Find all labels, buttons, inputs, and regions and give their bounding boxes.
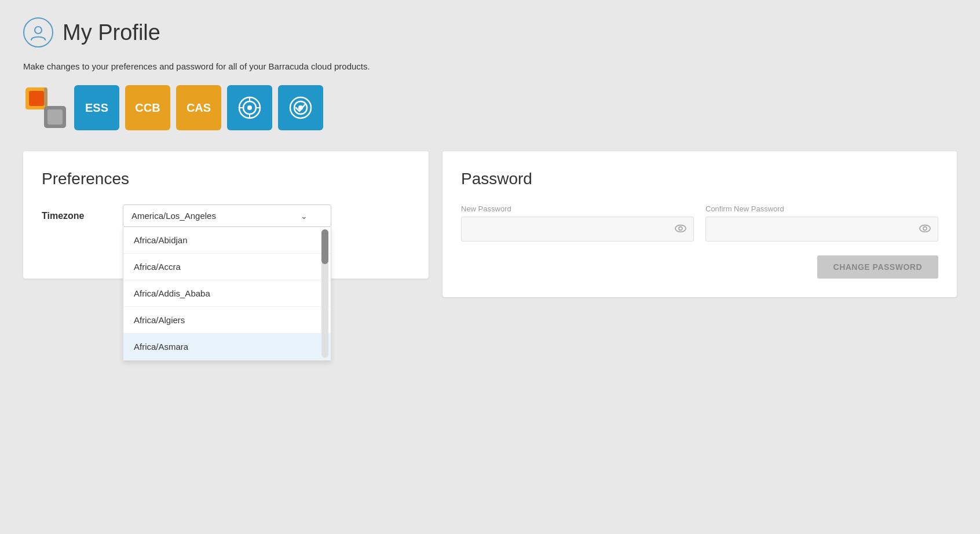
timezone-option-asmara[interactable]: Africa/Asmara <box>123 334 331 360</box>
svg-rect-6 <box>44 87 47 106</box>
eye-icon-new[interactable] <box>675 223 686 235</box>
timezone-select-wrapper: America/Los_Angeles ⌄ Africa/Abidjan Afr… <box>123 204 331 227</box>
timezone-option-accra[interactable]: Africa/Accra <box>123 254 331 280</box>
svg-point-20 <box>923 226 927 230</box>
new-password-input[interactable] <box>462 217 693 241</box>
svg-rect-4 <box>47 109 63 125</box>
product-icon-target[interactable] <box>227 85 272 130</box>
confirm-password-group: Confirm New Password <box>705 204 938 242</box>
svg-point-17 <box>675 225 686 232</box>
product-icons-row: ESS CCB CAS <box>23 85 957 130</box>
eye-icon-confirm[interactable] <box>919 223 931 235</box>
svg-point-9 <box>247 105 252 110</box>
new-password-group: New Password <box>461 204 694 242</box>
svg-point-18 <box>679 226 682 230</box>
confirm-password-input[interactable] <box>706 217 938 241</box>
timezone-option-abidjan[interactable]: Africa/Abidjan <box>123 227 331 254</box>
page-title: My Profile <box>63 20 160 45</box>
timezone-dropdown-trigger[interactable]: America/Los_Angeles ⌄ <box>123 204 331 227</box>
product-icon-ccb[interactable]: CCB <box>125 85 170 130</box>
timezone-option-addis-ababa[interactable]: Africa/Addis_Ababa <box>123 280 331 307</box>
svg-point-0 <box>35 27 42 34</box>
preferences-title: Preferences <box>42 170 410 188</box>
chevron-down-icon: ⌄ <box>301 211 308 221</box>
product-icon-ess[interactable]: ESS <box>74 85 119 130</box>
password-fields: New Password Confirm New Password <box>461 204 938 242</box>
subtitle: Make changes to your preferences and pas… <box>23 61 957 71</box>
change-password-button[interactable]: CHANGE PASSWORD <box>817 255 938 279</box>
timezone-selected-value: America/Los_Angeles <box>131 211 216 221</box>
profile-icon <box>23 17 53 47</box>
scrollbar-thumb[interactable] <box>321 229 328 264</box>
password-title: Password <box>461 170 938 188</box>
preferences-card: Preferences Timezone America/Los_Angeles… <box>23 151 429 279</box>
svg-rect-5 <box>25 106 44 109</box>
timezone-dropdown-list: Africa/Abidjan Africa/Accra Africa/Addis… <box>123 227 331 361</box>
confirm-password-wrapper <box>705 217 938 242</box>
svg-point-19 <box>920 225 930 232</box>
timezone-row: Timezone America/Los_Angeles ⌄ Africa/Ab… <box>42 204 410 227</box>
timezone-label: Timezone <box>42 211 100 221</box>
timezone-option-algiers[interactable]: Africa/Algiers <box>123 307 331 334</box>
new-password-label: New Password <box>461 204 694 213</box>
product-icon-cas[interactable]: CAS <box>176 85 221 130</box>
password-card: Password New Password Confirm New Passwo… <box>443 151 957 297</box>
confirm-password-label: Confirm New Password <box>705 204 938 213</box>
product-icon-barracuda[interactable] <box>23 85 68 130</box>
page-header: My Profile <box>23 17 957 47</box>
scrollbar-track <box>321 229 328 358</box>
dropdown-inner: Africa/Abidjan Africa/Accra Africa/Addis… <box>123 227 331 360</box>
svg-rect-2 <box>29 91 44 106</box>
product-icon-check-target[interactable] <box>278 85 323 130</box>
main-content: Preferences Timezone America/Los_Angeles… <box>23 151 957 297</box>
new-password-wrapper <box>461 217 694 242</box>
